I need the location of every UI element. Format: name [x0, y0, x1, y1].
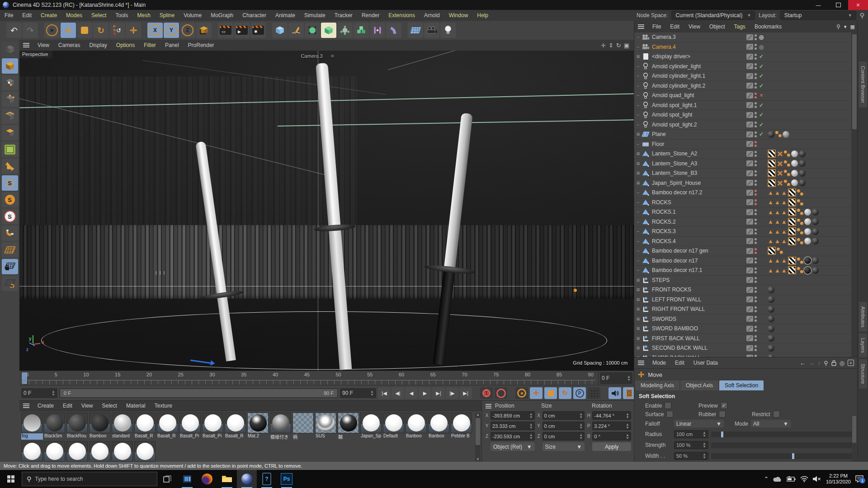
material-unnamed[interactable]: [112, 441, 133, 462]
visibility-dots[interactable]: [755, 306, 757, 312]
taskbar-search-input[interactable]: ⚲ Type here to search: [22, 472, 157, 486]
visibility-dots[interactable]: [755, 287, 757, 293]
texture-tag-icon[interactable]: [791, 179, 798, 186]
menu-options[interactable]: Options: [112, 42, 139, 48]
enable-state[interactable]: ✓: [758, 73, 764, 79]
subdivision-surface-button[interactable]: [305, 23, 320, 38]
visibility-dots[interactable]: [755, 122, 757, 127]
viewport-solo-button[interactable]: [2, 142, 18, 157]
texture-tag-icon[interactable]: [768, 131, 774, 138]
object-row-arnold-quad-light[interactable]: –Arnold quad_light×: [634, 91, 851, 101]
layer-toggle[interactable]: [746, 83, 753, 89]
expand-toggle[interactable]: ⊞: [635, 287, 641, 292]
object-row-bamboo-decor-n17-2[interactable]: –Bamboo decor n17.2▲▲▲: [634, 188, 851, 198]
menu-display[interactable]: Display: [85, 42, 111, 48]
visibility-dots[interactable]: [755, 326, 757, 332]
material-Banboo[interactable]: Banboo: [406, 413, 427, 440]
menu-mograph[interactable]: MoGraph: [206, 12, 238, 19]
polygon-selection-tag-icon[interactable]: ▲: [781, 229, 787, 235]
texture-tag-icon[interactable]: [768, 286, 774, 293]
layer-toggle[interactable]: [746, 93, 753, 99]
layer-toggle[interactable]: [746, 199, 753, 205]
layer-toggle[interactable]: [746, 102, 753, 108]
layer-toggle[interactable]: [746, 238, 753, 244]
material-BlackRou[interactable]: BlackRou: [66, 413, 88, 440]
polygon-selection-tag-icon[interactable]: ▲: [768, 267, 774, 273]
polygon-selection-tag-icon[interactable]: ▲: [774, 209, 780, 215]
wifi-icon[interactable]: [800, 476, 808, 482]
polygon-selection-tag-icon[interactable]: ▲: [781, 267, 787, 273]
layer-toggle[interactable]: [746, 277, 753, 283]
texture-tag-icon[interactable]: [768, 325, 774, 332]
texture-tag-icon[interactable]: [791, 150, 798, 157]
parent-icon[interactable]: ↑: [818, 360, 821, 366]
visibility-dots[interactable]: [755, 180, 757, 186]
checkbox-preview-box[interactable]: ✓: [721, 402, 727, 409]
menu-extensions[interactable]: Extensions: [384, 12, 420, 19]
expand-toggle[interactable]: ⊞: [635, 317, 641, 321]
object-row-bamboo-decor-n17-gen[interactable]: –Bamboo decor n17 gen: [634, 246, 851, 256]
menu-view[interactable]: View: [684, 23, 705, 30]
object-manager-panel-menu-icon[interactable]: [634, 23, 648, 31]
visibility-dots[interactable]: [755, 335, 757, 341]
snap-toggle-button[interactable]: S: [2, 175, 18, 191]
menu-arnold[interactable]: Arnold: [420, 12, 444, 19]
menu-spline[interactable]: Spline: [155, 12, 179, 19]
tray-chevron-icon[interactable]: ⌃: [764, 476, 769, 482]
material-柄[interactable]: 柄: [292, 413, 314, 440]
menu-edit[interactable]: Edit: [670, 360, 689, 366]
texture-tag-icon[interactable]: [812, 209, 819, 216]
position-y-field[interactable]: 23.333 cm▲▼: [491, 422, 535, 430]
layer-toggle[interactable]: [746, 73, 753, 79]
object-row-swords[interactable]: ⊞SWORDS: [634, 314, 851, 324]
enable-state[interactable]: ✓: [758, 112, 764, 118]
visibility-dots[interactable]: [755, 73, 757, 79]
next-key-button[interactable]: |▶: [446, 387, 458, 399]
visibility-dots[interactable]: [755, 258, 757, 263]
menu-window[interactable]: Window: [444, 12, 473, 19]
point-selection-tag-icon[interactable]: [797, 258, 803, 264]
rotation-b-field[interactable]: 0 °▲▼: [592, 432, 631, 441]
rotate-button[interactable]: ↻: [93, 23, 108, 38]
rotation-p-field[interactable]: 3.224 °▲▼: [592, 422, 631, 430]
menu-file[interactable]: File: [0, 12, 18, 19]
photoshop-icon[interactable]: Ps: [277, 470, 297, 488]
point-selection-tag-icon[interactable]: [797, 189, 803, 196]
visibility-dots[interactable]: [755, 277, 757, 283]
texture-tag-icon[interactable]: [804, 228, 811, 235]
expand-toggle[interactable]: ⊞: [635, 181, 641, 185]
expand-toggle[interactable]: ⊞: [635, 336, 641, 341]
om-lock-icon[interactable]: ▦: [850, 24, 855, 30]
menu-cameras[interactable]: Cameras: [54, 42, 85, 48]
visibility-dots[interactable]: [755, 267, 757, 273]
menu-tools[interactable]: Tools: [111, 12, 132, 19]
key-pla-button[interactable]: [588, 387, 600, 399]
object-row-rocks-1[interactable]: –ROCKS.1▲▲▲: [634, 207, 851, 217]
render-settings-button[interactable]: ✱: [250, 23, 266, 38]
visibility-dots[interactable]: [755, 141, 757, 147]
record-keyframe-button[interactable]: ⚿: [480, 387, 493, 399]
volume-builder-button[interactable]: [321, 23, 336, 38]
menu-edit[interactable]: Edit: [18, 12, 36, 19]
workplane-lock-button[interactable]: [2, 259, 18, 274]
uvw-tag-icon[interactable]: [768, 150, 776, 158]
checkbox-rubber-box[interactable]: [719, 411, 726, 418]
visibility-dots[interactable]: [755, 296, 757, 302]
dolly-view-icon[interactable]: ⇕: [609, 42, 613, 49]
texture-tag-icon[interactable]: [812, 228, 819, 235]
enable-state[interactable]: ×: [758, 92, 764, 99]
camera-move-icon[interactable]: ✛: [330, 53, 335, 59]
object-row-front-rocks[interactable]: ⊞FRONT ROCKS: [634, 285, 851, 295]
texture-tag-icon[interactable]: [804, 257, 811, 264]
slider-value-field[interactable]: 100 cm▲▼: [674, 430, 708, 438]
slider-track[interactable]: [711, 432, 853, 437]
position-x-field[interactable]: -393.859 cm▲▼: [491, 411, 535, 420]
minimize-button[interactable]: —: [808, 0, 828, 10]
menu-animate[interactable]: Animate: [271, 12, 300, 19]
visibility-dots[interactable]: [755, 238, 757, 244]
your-phone-icon[interactable]: ?: [257, 470, 277, 488]
material-Banboo[interactable]: Banboo: [428, 413, 449, 440]
scene-light-button[interactable]: [440, 23, 456, 38]
rotate-view-icon[interactable]: ↻: [616, 42, 621, 49]
prev-frame-button[interactable]: ◀: [405, 387, 418, 399]
